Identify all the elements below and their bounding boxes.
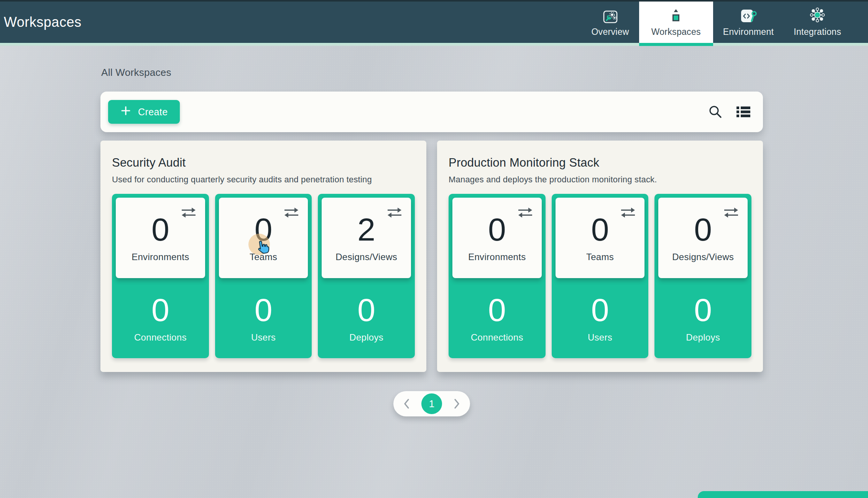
- primary-nav: OverviewWorkspacesEnvironmentIntegration…: [581, 2, 868, 43]
- stat-value: 0: [488, 213, 506, 246]
- page-heading: All Workspaces: [101, 67, 763, 79]
- workspace-cards-row: Security Audit Used for conducting quart…: [100, 141, 763, 372]
- create-button-label: Create: [138, 106, 168, 118]
- security-audit-environments-tile[interactable]: 0 Environments: [116, 198, 205, 278]
- stat-value: 0: [151, 213, 169, 246]
- swap-icon[interactable]: [619, 206, 637, 221]
- nav-tab-environment[interactable]: Environment: [713, 2, 784, 43]
- security-audit-connections-tile[interactable]: 0 Connections: [112, 278, 209, 358]
- swap-icon[interactable]: [283, 206, 300, 221]
- stat-column-teams: 0 Teams 0 Users: [215, 194, 312, 358]
- integrations-icon: [809, 5, 826, 24]
- stat-value: 0: [694, 294, 712, 326]
- stat-value: 0: [255, 294, 273, 326]
- workspace-name: Production Monitoring Stack: [449, 156, 751, 170]
- prev-page-button[interactable]: [402, 397, 412, 410]
- pagination-pill: 1: [393, 391, 470, 416]
- production-monitoring-stack-connections-tile[interactable]: 0 Connections: [449, 278, 546, 358]
- nav-tab-integrations[interactable]: Integrations: [784, 2, 851, 43]
- stat-column-environments: 0 Environments 0 Connections: [112, 194, 209, 358]
- stat-value: 0: [488, 294, 506, 326]
- stat-value: 0: [591, 294, 609, 326]
- list-view-icon[interactable]: [735, 104, 751, 120]
- security-audit-teams-tile[interactable]: 0 Teams: [219, 198, 308, 278]
- nav-tab-overview[interactable]: Overview: [581, 2, 639, 43]
- swap-icon[interactable]: [180, 206, 197, 221]
- overview-icon: [603, 5, 618, 24]
- stat-value: 2: [357, 213, 375, 246]
- stat-column-teams: 0 Teams 0 Users: [552, 194, 649, 358]
- stat-column-designs-views: 2 Designs/Views 0 Deploys: [318, 194, 415, 358]
- nav-tab-label: Workspaces: [651, 27, 701, 37]
- pagination: 1: [100, 391, 763, 416]
- nav-tab-label: Overview: [591, 27, 629, 37]
- app-title: Workspaces: [4, 14, 581, 30]
- current-page-badge[interactable]: 1: [421, 393, 442, 414]
- workspaces-toolbar: Create: [100, 92, 763, 132]
- stat-label: Users: [251, 332, 276, 343]
- stat-label: Designs/Views: [335, 252, 397, 262]
- nav-tab-label: Environment: [723, 27, 774, 37]
- security-audit-users-tile[interactable]: 0 Users: [215, 278, 312, 358]
- nav-tab-label: Integrations: [794, 27, 841, 37]
- stat-label: Users: [588, 332, 612, 343]
- swap-icon[interactable]: [386, 206, 403, 221]
- security-audit-deploys-tile[interactable]: 0 Deploys: [318, 278, 415, 358]
- header-accent-strip: [0, 43, 868, 46]
- production-monitoring-stack-users-tile[interactable]: 0 Users: [552, 278, 649, 358]
- nav-tab-workspaces[interactable]: Workspaces: [639, 2, 713, 43]
- workspace-name: Security Audit: [112, 156, 415, 170]
- stat-label: Environments: [468, 252, 526, 262]
- search-icon[interactable]: [708, 104, 723, 120]
- workspace-card-security-audit: Security Audit Used for conducting quart…: [100, 141, 426, 372]
- workspace-description: Manages and deploys the production monit…: [449, 175, 751, 185]
- toolbar-icons: [708, 104, 751, 120]
- production-monitoring-stack-deploys-tile[interactable]: 0 Deploys: [654, 278, 751, 358]
- main-content: All Workspaces Create Security Audit Use…: [100, 67, 763, 416]
- top-nav-bar: Workspaces OverviewWorkspacesEnvironment…: [0, 0, 868, 43]
- stat-value: 0: [357, 294, 375, 326]
- stat-grid: 0 Environments 0 Connections 0 Teams 0 U…: [449, 194, 751, 358]
- stat-label: Connections: [134, 332, 187, 343]
- corner-accent: [698, 491, 868, 498]
- stat-grid: 0 Environments 0 Connections 0 Teams 0 U…: [112, 194, 415, 358]
- plus-icon: [120, 105, 131, 118]
- stat-label: Environments: [132, 252, 189, 262]
- workspaces-page: { "header": { "app_title": "Workspaces",…: [0, 0, 868, 498]
- environment-icon: [740, 5, 757, 24]
- stat-column-environments: 0 Environments 0 Connections: [449, 194, 546, 358]
- stat-label: Designs/Views: [672, 252, 734, 262]
- stat-label: Deploys: [686, 332, 720, 343]
- next-page-button[interactable]: [452, 397, 462, 410]
- workspace-description: Used for conducting quarterly security a…: [112, 175, 415, 185]
- create-workspace-button[interactable]: Create: [108, 100, 180, 124]
- stat-label: Teams: [586, 252, 614, 262]
- production-monitoring-stack-teams-tile[interactable]: 0 Teams: [556, 198, 645, 278]
- production-monitoring-stack-designs-views-tile[interactable]: 0 Designs/Views: [658, 198, 748, 278]
- stat-label: Connections: [471, 332, 523, 343]
- swap-icon[interactable]: [722, 206, 740, 221]
- production-monitoring-stack-environments-tile[interactable]: 0 Environments: [452, 198, 542, 278]
- workspaces-icon: [671, 5, 681, 24]
- security-audit-designs-views-tile[interactable]: 2 Designs/Views: [322, 198, 411, 278]
- stat-value: 0: [151, 294, 169, 326]
- stat-value: 0: [255, 213, 273, 246]
- stat-value: 0: [694, 213, 712, 246]
- stat-label: Teams: [250, 252, 277, 262]
- stat-value: 0: [591, 213, 609, 246]
- swap-icon[interactable]: [516, 206, 534, 221]
- workspace-card-production-monitoring-stack: Production Monitoring Stack Manages and …: [437, 141, 763, 372]
- stat-label: Deploys: [349, 332, 383, 343]
- stat-column-designs-views: 0 Designs/Views 0 Deploys: [654, 194, 751, 358]
